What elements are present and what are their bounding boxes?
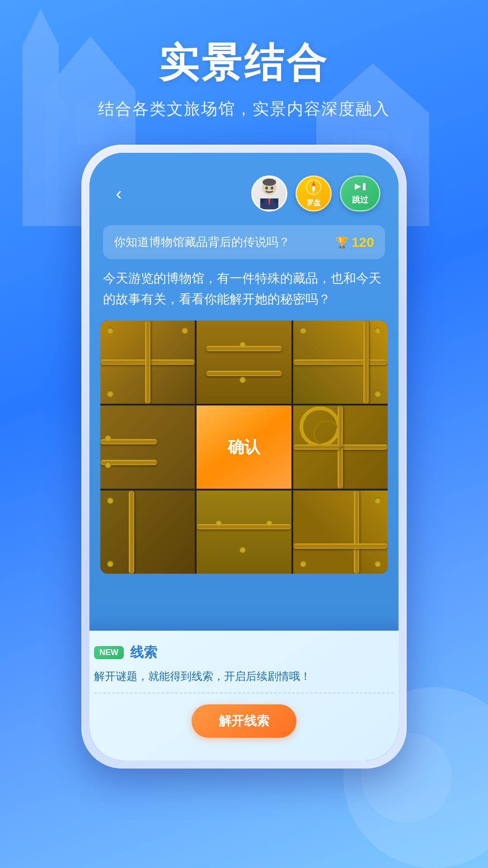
puzzle-cell-3 [293, 321, 388, 404]
puzzle-cell-2 [197, 321, 291, 404]
clue-title: 线索 [130, 643, 157, 662]
top-right-icons: 罗盘 跳过 [251, 175, 380, 212]
sub-title: 结合各类文旅场馆，实景内容深度融入 [0, 98, 488, 120]
puzzle-cell-9 [293, 491, 388, 574]
puzzle-cell-7 [100, 491, 195, 574]
screen: ‹ [89, 153, 399, 760]
svg-rect-26 [363, 183, 366, 190]
puzzle-cell-4 [100, 406, 195, 489]
description-text: 今天游览的博物馆，有一件特殊的藏品，也和今天的故事有关，看看你能解开她的秘密吗？ [103, 268, 385, 310]
question-card: 你知道博物馆藏品背后的传说吗？ 🏆 120 [103, 225, 385, 259]
phone-mockup: ‹ [81, 145, 407, 769]
puzzle-cell-confirm[interactable]: 确认 [197, 406, 291, 489]
score-number: 120 [352, 235, 374, 250]
puzzle-cell-8 [197, 491, 291, 574]
svg-point-16 [265, 187, 268, 190]
puzzle-cell-1 [100, 321, 195, 404]
svg-point-17 [271, 187, 273, 190]
back-chevron-icon: ‹ [116, 184, 122, 204]
confirm-label: 确认 [228, 436, 260, 458]
clue-card: NEW 线索 解开谜题，就能得到线索，开启后续剧情哦！ 解开线索 [89, 631, 399, 760]
puzzle-grid: 确认 [100, 321, 388, 574]
skip-arrow-icon [354, 182, 366, 194]
compass-button[interactable]: 罗盘 [296, 175, 332, 212]
skip-button[interactable]: 跳过 [340, 175, 380, 212]
avatar [251, 175, 287, 212]
skip-label: 跳过 [352, 194, 368, 205]
phone-outer-frame: ‹ [81, 145, 407, 769]
main-title: 实景结合 [0, 36, 488, 90]
unlock-clue-button[interactable]: 解开线索 [192, 704, 296, 738]
new-badge: NEW [94, 646, 124, 659]
svg-point-25 [312, 186, 315, 189]
puzzle-cell-6 [293, 406, 388, 489]
compass-icon [305, 179, 322, 198]
clue-description: 解开谜题，就能得到线索，开启后续剧情哦！ [94, 669, 394, 693]
trophy-icon: 🏆 [335, 236, 349, 249]
top-bar: ‹ [89, 153, 399, 221]
back-button[interactable]: ‹ [108, 182, 130, 205]
clue-header: NEW 线索 [94, 643, 394, 662]
compass-label: 罗盘 [306, 198, 321, 208]
question-text: 你知道博物馆藏品背后的传说吗？ [114, 234, 290, 250]
svg-point-15 [263, 179, 276, 186]
phone-inner-frame: ‹ [89, 153, 399, 760]
score-badge: 🏆 120 [335, 235, 374, 250]
